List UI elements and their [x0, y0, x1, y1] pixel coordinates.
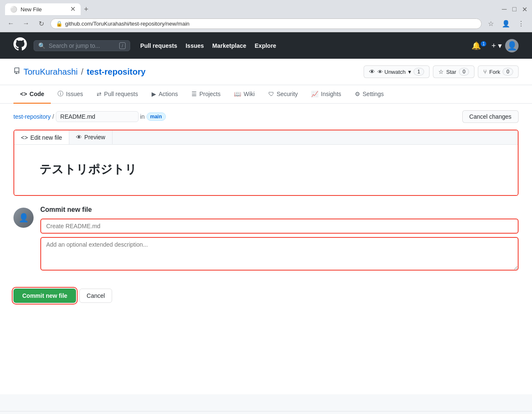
in-label: in: [140, 113, 145, 120]
fork-button[interactable]: ⑂ Fork 0: [478, 65, 519, 78]
tab-close-icon[interactable]: ✕: [70, 6, 76, 13]
github-footer: © 2021 GitHub, Inc. Terms Privacy Securi…: [0, 411, 532, 414]
security-icon: 🛡: [268, 91, 274, 97]
lock-icon: 🔒: [56, 21, 63, 27]
tab-security[interactable]: 🛡 Security: [262, 85, 305, 104]
editor-preview-content: テストリポジトリ: [14, 145, 518, 195]
maximize-button[interactable]: □: [512, 7, 517, 12]
browser-titlebar: ⚪ New File ✕ + ─ □ ✕: [0, 0, 532, 15]
new-tab-button[interactable]: +: [84, 5, 89, 14]
commit-section: 👤 Commit new file: [0, 196, 532, 282]
fork-icon: ⑂: [483, 68, 487, 75]
commit-avatar: 👤: [13, 208, 34, 228]
create-button[interactable]: + ▾: [490, 39, 503, 52]
breadcrumb-separator: /: [52, 113, 54, 120]
tab-actions[interactable]: ▶ Actions: [145, 85, 185, 104]
star-button[interactable]: ☆ Star 0: [433, 65, 475, 78]
bookmark-button[interactable]: ☆: [485, 18, 497, 29]
nav-explore[interactable]: Explore: [255, 42, 276, 49]
editor-area: <> Edit new file 👁 Preview テストリポジトリ: [13, 130, 519, 196]
toolbar-icons: ☆ 👤 ⋮: [485, 18, 527, 29]
tab-title: New File: [21, 6, 67, 13]
refresh-button[interactable]: ↻: [35, 18, 47, 29]
star-count: 0: [459, 68, 469, 76]
search-box[interactable]: 🔍 /: [34, 40, 130, 51]
tab-pull-requests[interactable]: ⇄ Pull requests: [90, 85, 145, 104]
filename-input[interactable]: [56, 111, 139, 122]
nav-marketplace[interactable]: Marketplace: [212, 42, 246, 49]
close-window-button[interactable]: ✕: [522, 7, 527, 12]
search-slash: /: [119, 42, 126, 49]
search-icon: 🔍: [38, 42, 45, 49]
unwatch-button[interactable]: 👁 👁 Unwatch ▾ 1: [364, 65, 430, 78]
preview-heading: テストリポジトリ: [39, 161, 493, 177]
github-nav: Pull requests Issues Marketplace Explore: [140, 42, 276, 49]
edit-tab[interactable]: <> Edit new file: [14, 130, 69, 144]
repo-owner-link[interactable]: ToruKurahashi: [24, 67, 78, 77]
commit-form: Commit new file: [40, 206, 519, 272]
unwatch-count: 1: [414, 68, 424, 76]
preview-icon: 👁: [76, 134, 82, 141]
tab-projects[interactable]: ☰ Projects: [185, 85, 228, 104]
repo-icon: [13, 68, 20, 76]
tab-issues[interactable]: ⓘ Issues: [51, 85, 89, 104]
insights-icon: 📈: [311, 91, 318, 97]
minimize-button[interactable]: ─: [502, 7, 507, 12]
breadcrumb-branch: in main: [140, 112, 166, 121]
repo-name-link[interactable]: test-repository: [87, 67, 146, 77]
breadcrumb: test-repository / in main: [13, 111, 166, 122]
address-text: github.com/ToruKurahashi/test-repository…: [65, 21, 476, 27]
nav-issues[interactable]: Issues: [186, 42, 204, 49]
tab-insights[interactable]: 📈 Insights: [304, 85, 348, 104]
github-logo[interactable]: [13, 37, 27, 54]
commit-form-title: Commit new file: [40, 206, 519, 214]
commit-new-file-button[interactable]: Commit new file: [13, 289, 76, 303]
menu-button[interactable]: ⋮: [515, 18, 527, 29]
breadcrumb-bar: test-repository / in main Cancel changes: [0, 104, 532, 130]
tab-wiki[interactable]: 📖 Wiki: [227, 85, 261, 104]
search-input[interactable]: [49, 42, 116, 49]
wiki-icon: 📖: [234, 91, 241, 97]
tab-favicon: ⚪: [10, 6, 17, 13]
eye-icon: 👁: [369, 68, 375, 75]
commit-description-input[interactable]: [40, 237, 519, 271]
preview-tab[interactable]: 👁 Preview: [69, 130, 113, 144]
repo-path-separator: /: [81, 67, 84, 77]
repo-tabs: <> Code ⓘ Issues ⇄ Pull requests ▶ Actio…: [0, 85, 532, 104]
repo-header: ToruKurahashi / test-repository 👁 👁 Unwa…: [0, 59, 532, 85]
window-controls: ─ □ ✕: [502, 7, 527, 12]
browser-tab[interactable]: ⚪ New File ✕: [5, 3, 81, 15]
commit-cancel-button[interactable]: Cancel: [79, 289, 112, 303]
forward-button[interactable]: →: [20, 18, 32, 29]
tab-code[interactable]: <> Code: [13, 85, 51, 104]
browser-chrome: ⚪ New File ✕ + ─ □ ✕ ← → ↻ 🔒 github.com/…: [0, 0, 532, 32]
github-header: 🔍 / Pull requests Issues Marketplace Exp…: [0, 32, 532, 59]
settings-icon: ⚙: [355, 91, 360, 97]
back-button[interactable]: ←: [5, 18, 17, 29]
star-icon: ☆: [438, 68, 444, 75]
issues-icon: ⓘ: [58, 90, 63, 98]
projects-icon: ☰: [191, 91, 197, 97]
tab-settings[interactable]: ⚙ Settings: [348, 85, 391, 104]
page-content: ToruKurahashi / test-repository 👁 👁 Unwa…: [0, 59, 532, 394]
breadcrumb-repo-link[interactable]: test-repository: [13, 113, 51, 120]
commit-buttons: Commit new file Cancel: [0, 282, 532, 310]
fork-count: 0: [503, 68, 513, 76]
repo-path: ToruKurahashi / test-repository: [13, 67, 146, 77]
branch-badge: main: [147, 112, 166, 121]
notifications-button[interactable]: 🔔1: [470, 39, 488, 52]
commit-message-input[interactable]: [40, 219, 519, 234]
nav-pull-requests[interactable]: Pull requests: [140, 42, 177, 49]
profile-button[interactable]: 👤: [500, 18, 512, 29]
pull-requests-icon: ⇄: [97, 91, 102, 97]
user-avatar[interactable]: 👤: [505, 39, 519, 52]
edit-icon: <>: [21, 134, 28, 141]
editor-tabs: <> Edit new file 👁 Preview: [14, 130, 518, 145]
address-bar[interactable]: 🔒 github.com/ToruKurahashi/test-reposito…: [50, 18, 482, 29]
code-icon: <>: [20, 91, 27, 97]
header-icons: 🔔1 + ▾ 👤: [470, 39, 519, 52]
cancel-changes-button[interactable]: Cancel changes: [462, 110, 519, 123]
browser-toolbar: ← → ↻ 🔒 github.com/ToruKurahashi/test-re…: [0, 15, 532, 32]
actions-icon: ▶: [152, 91, 156, 97]
repo-actions: 👁 👁 Unwatch ▾ 1 ☆ Star 0 ⑂ Fork 0: [364, 65, 519, 78]
